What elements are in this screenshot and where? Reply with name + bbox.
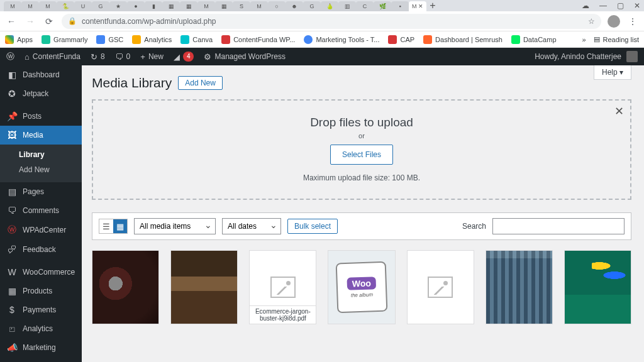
bookmark-item[interactable]: Canva <box>180 35 213 44</box>
tab[interactable]: M <box>39 1 57 11</box>
forward-button[interactable]: → <box>24 16 36 26</box>
media-item[interactable] <box>170 250 238 324</box>
wp-logo-icon[interactable]: ⓦ <box>6 51 14 62</box>
reading-list-button[interactable]: ▤Reading list <box>594 35 639 43</box>
tab[interactable]: ▥ <box>338 1 356 11</box>
media-caption: Ecommerce-jargon-buster-kj9i8d.pdf <box>250 305 316 324</box>
tab[interactable]: G <box>303 1 321 11</box>
view-list-icon[interactable]: ☰ <box>99 219 113 233</box>
menu-feedback[interactable]: 🗪Feedback <box>0 240 82 259</box>
media-item[interactable] <box>564 250 631 324</box>
tab[interactable]: G <box>92 1 109 11</box>
media-item[interactable] <box>92 250 159 324</box>
profile-avatar[interactable] <box>608 15 620 28</box>
wp-comments[interactable]: 🗨0 <box>115 52 131 62</box>
submenu-add-new[interactable]: Add New <box>0 162 82 177</box>
filter-type-select[interactable]: All media items <box>134 218 216 234</box>
dropzone-or: or <box>103 132 620 140</box>
media-item[interactable] <box>407 250 474 324</box>
file-placeholder-icon <box>270 277 296 298</box>
bookmark-item[interactable]: CAP <box>388 35 414 44</box>
wp-admin-menu: ◧Dashboard ✪Jetpack 📌Posts 🖾Media Librar… <box>0 65 82 362</box>
tab[interactable]: ● <box>127 1 145 11</box>
submenu-library[interactable]: Library <box>0 147 82 162</box>
media-item[interactable] <box>486 250 553 324</box>
browser-tab-strip: M M M 🐍 U G ★ ● ▮ ▦ ▦ M ▦ S M ○ ☻ G 🍐 ▥ … <box>0 0 644 11</box>
address-bar[interactable]: 🔒 contentfunda.com/wp-admin/upload.php ☆ <box>62 14 601 29</box>
bookmark-item[interactable]: Grammarly <box>42 35 87 44</box>
bookmark-item[interactable]: Analytics <box>132 35 172 44</box>
bookmark-item[interactable]: DataCamp <box>511 35 557 44</box>
tab[interactable]: M <box>197 1 215 11</box>
wp-site-name[interactable]: ⌂ContentFunda <box>25 52 80 62</box>
add-new-button[interactable]: Add New <box>178 76 223 90</box>
menu-marketing[interactable]: 📣Marketing <box>0 338 82 357</box>
media-item-pdf[interactable]: Ecommerce-jargon-buster-kj9i8d.pdf <box>249 250 316 324</box>
wp-howdy[interactable]: Howdy, Anindo Chatterjee <box>535 52 621 61</box>
lock-icon: 🔒 <box>68 17 77 25</box>
view-grid-icon[interactable]: ▦ <box>113 219 127 233</box>
tab[interactable]: U <box>74 1 92 11</box>
bookmark-star-icon[interactable]: ☆ <box>588 17 595 26</box>
select-files-button[interactable]: Select Files <box>330 145 393 165</box>
menu-jetpack[interactable]: ✪Jetpack <box>0 84 82 103</box>
close-dropzone-icon[interactable]: ✕ <box>614 104 624 118</box>
menu-posts[interactable]: 📌Posts <box>0 107 82 126</box>
bookmark-apps[interactable]: Apps <box>5 35 33 44</box>
browser-menu-icon[interactable]: ⋮ <box>626 16 639 26</box>
menu-payments[interactable]: $Payments <box>0 300 82 319</box>
tab[interactable]: 🍐 <box>321 1 338 11</box>
media-item-woo[interactable]: Woo the album <box>328 250 395 324</box>
tab[interactable]: 🐍 <box>57 1 74 11</box>
tab[interactable]: ▦ <box>215 1 233 11</box>
tab[interactable]: C <box>356 1 374 11</box>
bookmark-item[interactable]: ContentFunda WP... <box>221 35 295 44</box>
tab[interactable]: ▦ <box>162 1 180 11</box>
bulk-select-button[interactable]: Bulk select <box>287 219 338 234</box>
view-switcher: ☰ ▦ <box>99 219 128 234</box>
window-maximize[interactable]: ▢ <box>617 1 624 10</box>
wp-managed[interactable]: ⚙Managed WordPress <box>204 52 286 62</box>
menu-comments[interactable]: 🗨Comments <box>0 201 82 220</box>
upload-dropzone[interactable]: ✕ Drop files to upload or Select Files M… <box>92 99 631 200</box>
cloud-icon[interactable]: ☁ <box>582 1 589 10</box>
tab[interactable]: M <box>4 1 21 11</box>
menu-pages[interactable]: ▤Pages <box>0 182 82 201</box>
menu-media[interactable]: 🖾Media <box>0 126 82 145</box>
tab[interactable]: ○ <box>268 1 286 11</box>
reload-button[interactable]: ⟳ <box>43 16 55 26</box>
tab[interactable]: 🌿 <box>374 1 391 11</box>
search-input[interactable] <box>492 218 625 234</box>
menu-woocommerce[interactable]: WWooCommerce <box>0 263 82 282</box>
tab[interactable]: ▦ <box>180 1 197 11</box>
help-tab[interactable]: Help ▾ <box>594 65 631 80</box>
tab[interactable]: ☻ <box>286 1 303 11</box>
new-tab-button[interactable]: + <box>426 0 439 11</box>
tab-active[interactable]: M ✕ <box>409 1 426 11</box>
wp-new[interactable]: +New <box>140 52 164 62</box>
wp-updates[interactable]: ↻8 <box>91 52 105 62</box>
bookmarks-overflow[interactable]: » <box>582 36 586 43</box>
file-placeholder-icon <box>428 277 453 298</box>
wp-yoast[interactable]: ◢4 <box>174 52 194 62</box>
tab[interactable]: ★ <box>109 1 127 11</box>
tab[interactable]: S <box>233 1 250 11</box>
menu-dashboard[interactable]: ◧Dashboard <box>0 65 82 84</box>
tab[interactable]: ▮ <box>145 1 162 11</box>
bookmark-item[interactable]: Dashboard | Semrush <box>423 35 502 44</box>
tab[interactable]: M <box>250 1 268 11</box>
filter-date-select[interactable]: All dates <box>222 218 281 234</box>
menu-wpadcenter[interactable]: ⓦWPAdCenter <box>0 220 82 240</box>
wp-admin-bar: ⓦ ⌂ContentFunda ↻8 🗨0 +New ◢4 ⚙Managed W… <box>0 48 644 65</box>
bookmark-item[interactable]: GSC <box>96 35 123 44</box>
wp-user-avatar[interactable] <box>626 51 638 62</box>
menu-products[interactable]: ▦Products <box>0 282 82 300</box>
back-button[interactable]: ← <box>5 16 18 26</box>
bookmark-item[interactable]: Marketing Tools - T... <box>304 35 379 44</box>
tab[interactable]: ▪ <box>391 1 409 11</box>
window-minimize[interactable]: — <box>599 1 607 10</box>
tab[interactable]: M <box>21 1 39 11</box>
menu-analytics[interactable]: ⏍Analytics <box>0 319 82 338</box>
page-title: Media Library <box>92 75 172 90</box>
window-close[interactable]: ✕ <box>634 1 640 10</box>
